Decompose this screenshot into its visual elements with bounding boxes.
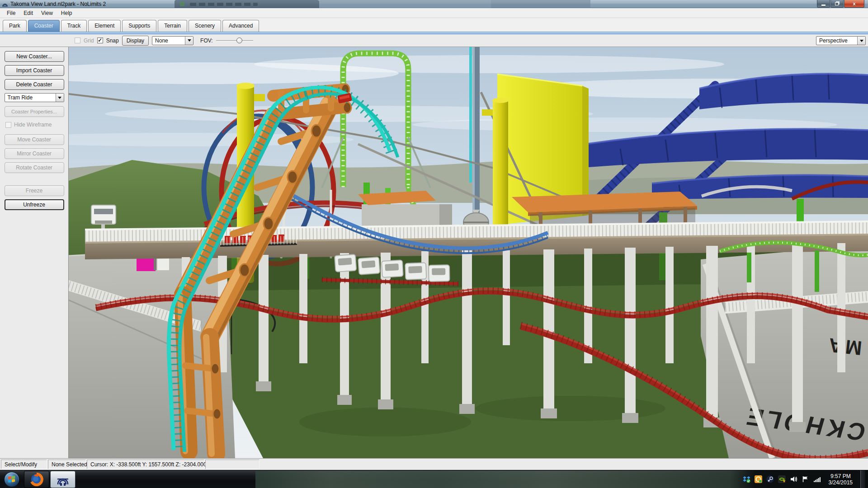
menu-file[interactable]: File xyxy=(3,9,19,17)
tab-terrain[interactable]: Terrain xyxy=(158,20,187,32)
mode-tabs: Park Coaster Track Element Supports Terr… xyxy=(0,18,868,32)
menu-edit[interactable]: Edit xyxy=(19,9,37,17)
display-mode-value: None xyxy=(152,37,185,45)
dropbox-icon[interactable] xyxy=(743,475,750,483)
hide-wireframe-label: Hide Wireframe xyxy=(14,122,52,128)
background-window-tab xyxy=(175,0,319,8)
tab-scenery[interactable]: Scenery xyxy=(189,20,221,32)
nolimits2-window: Takoma View Land.nl2park - NoLimits 2 x … xyxy=(0,0,868,488)
chevron-down-icon[interactable] xyxy=(185,37,193,45)
status-cursor-coords: Cursor: X: -338.500ft Y: 1557.500ft Z: -… xyxy=(87,460,204,469)
network-signal-icon[interactable] xyxy=(813,475,821,483)
toolbar: Grid Snap Display None FOV: Perspective xyxy=(0,34,868,47)
menu-view[interactable]: View xyxy=(37,9,57,17)
coaster-select-value: Tram Ride xyxy=(5,94,56,102)
status-mode: Select/Modify xyxy=(1,460,47,469)
statusbar: Select/Modify None Selected Cursor: X: -… xyxy=(0,458,868,470)
windows-logo-icon xyxy=(4,472,19,487)
viewport-3d-scene[interactable]: MA ACKHOLE xyxy=(69,47,868,458)
status-empty-cell xyxy=(205,460,259,469)
menubar: File Edit View Help xyxy=(0,8,868,18)
tab-park[interactable]: Park xyxy=(3,20,27,32)
background-window-strip2 xyxy=(491,0,590,8)
taskbar-nolimits2-button[interactable] xyxy=(50,471,75,488)
clock-time: 9:57 PM xyxy=(829,473,853,479)
tab-element[interactable]: Element xyxy=(88,20,121,32)
viewport-3d[interactable]: MA ACKHOLE xyxy=(69,47,868,458)
import-coaster-button[interactable]: Import Coaster xyxy=(5,65,64,76)
unfreeze-button[interactable]: Unfreeze xyxy=(5,199,64,210)
coaster-panel: New Coaster... Import Coaster Delete Coa… xyxy=(0,47,69,458)
grid-label: Grid xyxy=(84,38,94,44)
windows-taskbar: 9:57 PM 3/24/2015 xyxy=(0,470,868,488)
nvidia-icon[interactable] xyxy=(778,475,786,483)
menu-help[interactable]: Help xyxy=(57,9,76,17)
chevron-down-icon[interactable] xyxy=(56,94,64,102)
rotate-coaster-button[interactable]: Rotate Coaster xyxy=(5,162,64,173)
firefox-icon xyxy=(30,473,43,486)
fov-slider[interactable] xyxy=(216,38,253,43)
chevron-down-icon[interactable] xyxy=(857,37,865,45)
app-coaster-icon xyxy=(2,1,8,7)
delete-coaster-button[interactable]: Delete Coaster xyxy=(5,79,64,90)
titlebar[interactable]: Takoma View Land.nl2park - NoLimits 2 x xyxy=(0,0,868,8)
move-coaster-button[interactable]: Move Coaster xyxy=(5,134,64,145)
minimize-button[interactable] xyxy=(817,0,830,8)
clock-date: 3/24/2015 xyxy=(829,479,853,486)
window-title: Takoma View Land.nl2park - NoLimits 2 xyxy=(10,1,106,7)
coaster-select-dropdown[interactable]: Tram Ride xyxy=(5,93,64,102)
action-center-flag-icon[interactable] xyxy=(802,475,809,483)
view-mode-value: Perspective xyxy=(816,37,857,45)
system-tray: 9:57 PM 3/24/2015 xyxy=(730,470,868,488)
fov-slider-thumb[interactable] xyxy=(236,38,242,43)
tab-coaster[interactable]: Coaster xyxy=(28,20,60,32)
restore-button[interactable] xyxy=(830,0,844,8)
mirror-coaster-button[interactable]: Mirror Coaster xyxy=(5,148,64,159)
show-desktop-button[interactable] xyxy=(860,470,865,488)
snap-label: Snap xyxy=(106,38,119,44)
start-button[interactable] xyxy=(0,470,24,488)
display-mode-dropdown[interactable]: None xyxy=(152,36,193,45)
hide-wireframe-checkbox[interactable] xyxy=(5,122,11,128)
snap-checkbox[interactable] xyxy=(97,38,103,43)
close-button[interactable]: x xyxy=(844,0,864,8)
antivirus-icon[interactable] xyxy=(755,475,762,483)
volume-icon[interactable] xyxy=(790,475,797,483)
background-window-strip xyxy=(319,0,491,8)
freeze-button[interactable]: Freeze xyxy=(5,185,64,196)
display-button[interactable]: Display xyxy=(122,36,149,46)
tab-track[interactable]: Track xyxy=(61,20,87,32)
tab-advanced[interactable]: Advanced xyxy=(222,20,259,32)
fov-slider-track xyxy=(216,40,253,41)
taskbar-firefox-button[interactable] xyxy=(24,471,49,488)
fov-label: FOV: xyxy=(200,38,213,44)
steam-icon[interactable] xyxy=(766,475,774,483)
view-mode-dropdown[interactable]: Perspective xyxy=(816,36,866,45)
grid-checkbox[interactable] xyxy=(75,38,80,43)
taskbar-clock[interactable]: 9:57 PM 3/24/2015 xyxy=(825,473,856,486)
new-coaster-button[interactable]: New Coaster... xyxy=(5,51,64,62)
nolimits2-icon xyxy=(56,473,70,486)
tab-supports[interactable]: Supports xyxy=(122,20,156,32)
coaster-properties-button[interactable]: Coaster Properties... xyxy=(5,106,64,117)
status-selection: None Selected xyxy=(48,460,86,469)
